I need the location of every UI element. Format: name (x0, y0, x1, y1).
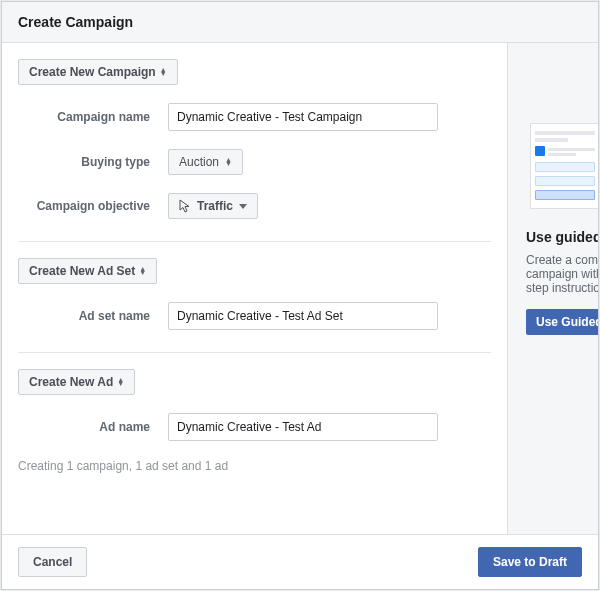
create-new-ad-label: Create New Ad (29, 375, 113, 389)
guided-creation-illustration (530, 123, 598, 209)
create-new-campaign-dropdown[interactable]: Create New Campaign ▲▼ (18, 59, 178, 85)
campaign-objective-value: Traffic (197, 199, 233, 213)
sort-icon: ▲▼ (117, 378, 124, 386)
cursor-icon (179, 199, 191, 213)
main-panel: Create New Campaign ▲▼ Campaign name Buy… (2, 43, 508, 534)
modal-body: Create New Campaign ▲▼ Campaign name Buy… (2, 43, 598, 534)
sort-icon: ▲▼ (139, 267, 146, 275)
creation-summary: Creating 1 campaign, 1 ad set and 1 ad (18, 459, 491, 473)
ad-name-row: Ad name (18, 413, 491, 441)
create-new-adset-label: Create New Ad Set (29, 264, 135, 278)
buying-type-label: Buying type (18, 155, 168, 169)
modal-title: Create Campaign (18, 14, 133, 30)
campaign-name-row: Campaign name (18, 103, 491, 131)
cancel-button[interactable]: Cancel (18, 547, 87, 577)
campaign-objective-row: Campaign objective Traffic (18, 193, 491, 219)
adset-name-row: Ad set name (18, 302, 491, 330)
sort-icon: ▲▼ (225, 158, 232, 166)
aside-desc-line: Create a complete (526, 253, 590, 267)
chevron-down-icon (239, 204, 247, 209)
aside-desc: Create a complete campaign with step-by-… (520, 253, 590, 295)
aside-title: Use guided creation instead (520, 229, 590, 245)
buying-type-value: Auction (179, 155, 219, 169)
adset-name-input[interactable] (168, 302, 438, 330)
modal-footer: Cancel Save to Draft (2, 534, 598, 589)
aside-desc-line: campaign with step-by- (526, 267, 590, 281)
divider (18, 352, 491, 353)
buying-type-row: Buying type Auction ▲▼ (18, 149, 491, 175)
campaign-name-label: Campaign name (18, 110, 168, 124)
create-new-campaign-label: Create New Campaign (29, 65, 156, 79)
adset-name-label: Ad set name (18, 309, 168, 323)
save-to-draft-button[interactable]: Save to Draft (478, 547, 582, 577)
ad-name-input[interactable] (168, 413, 438, 441)
modal-header: Create Campaign (2, 2, 598, 43)
campaign-objective-select[interactable]: Traffic (168, 193, 258, 219)
create-campaign-modal: Create Campaign Create New Campaign ▲▼ C… (1, 1, 599, 590)
campaign-name-input[interactable] (168, 103, 438, 131)
sort-icon: ▲▼ (160, 68, 167, 76)
buying-type-select[interactable]: Auction ▲▼ (168, 149, 243, 175)
create-new-ad-dropdown[interactable]: Create New Ad ▲▼ (18, 369, 135, 395)
aside-desc-line: step instructions. (526, 281, 590, 295)
create-new-adset-dropdown[interactable]: Create New Ad Set ▲▼ (18, 258, 157, 284)
divider (18, 241, 491, 242)
campaign-objective-label: Campaign objective (18, 199, 168, 213)
use-guided-creation-button[interactable]: Use Guided Creation (526, 309, 598, 335)
aside-panel: Use guided creation instead Create a com… (508, 43, 598, 534)
ad-name-label: Ad name (18, 420, 168, 434)
